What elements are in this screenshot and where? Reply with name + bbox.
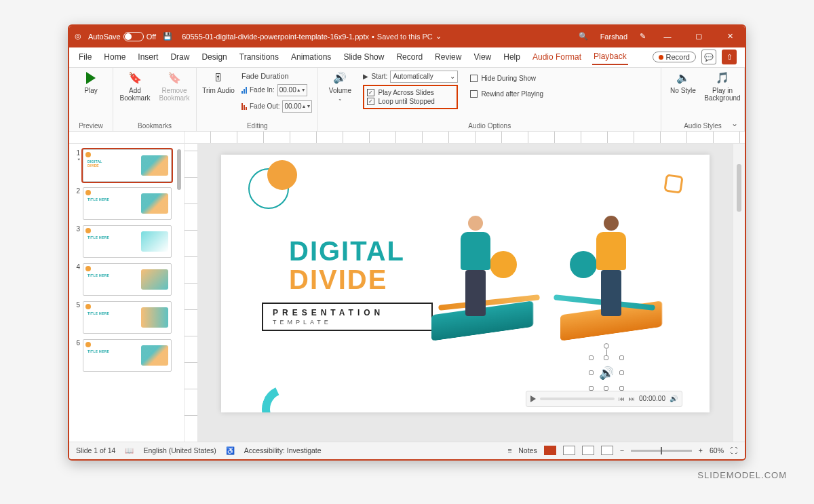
view-slideshow-button[interactable]	[601, 446, 613, 455]
player-play-icon[interactable]	[530, 395, 536, 402]
trim-audio-button[interactable]: Trim Audio	[202, 71, 235, 94]
start-dropdown[interactable]: Automatically⌄	[390, 71, 458, 83]
slide-thumb-4[interactable]: TITLE HERE	[83, 263, 172, 296]
add-bookmark-button[interactable]: Add Bookmark	[119, 71, 151, 102]
slide-thumb-3[interactable]: TITLE HERE	[83, 225, 172, 258]
tab-playback[interactable]: Playback	[592, 49, 628, 65]
zoom-out-button[interactable]: −	[620, 446, 624, 454]
fade-in-label: Fade In:	[250, 86, 275, 94]
subtitle-box[interactable]: PRESENTATION TEMPLATE	[262, 303, 433, 331]
minimize-button[interactable]: —	[658, 33, 677, 41]
slide-canvas[interactable]: DIGITAL DIVIDE PRESENTATION TEMPLATE	[221, 155, 710, 412]
view-reading-button[interactable]	[582, 446, 594, 455]
hide-during-show-checkbox[interactable]: Hide During Show	[470, 75, 543, 82]
tab-draw[interactable]: Draw	[169, 50, 191, 64]
save-icon[interactable]: 💾	[163, 32, 172, 41]
play-in-background-button[interactable]: Play in Background	[706, 71, 739, 102]
player-track[interactable]	[540, 398, 615, 400]
view-sorter-button[interactable]	[563, 446, 575, 455]
notes-button[interactable]: Notes	[518, 446, 537, 454]
slide-thumb-1[interactable]: DIGITALDIVIDE	[83, 149, 172, 182]
save-state[interactable]: Saved to this PC	[377, 33, 433, 41]
loop-until-stopped-checkbox[interactable]: ✓Loop until Stopped	[367, 98, 454, 105]
notes-icon[interactable]: ≡	[507, 446, 511, 454]
illustration[interactable]	[425, 189, 669, 365]
audio-object-selected[interactable]: 🔊 ✥	[592, 358, 621, 388]
view-normal-button[interactable]	[544, 446, 556, 455]
accessibility-status[interactable]: Accessibility: Investigate	[244, 446, 322, 454]
tab-transitions[interactable]: Transitions	[238, 50, 280, 64]
fade-out-input[interactable]: 00.00▲▼	[282, 100, 312, 113]
document-title[interactable]: 60555-01-digital-divide-powerpoint-templ…	[182, 33, 369, 41]
slide-title-1[interactable]: DIGITAL	[289, 236, 405, 267]
tab-slideshow[interactable]: Slide Show	[342, 50, 385, 64]
horizontal-ruler	[69, 132, 745, 144]
play-icon	[86, 72, 96, 84]
no-style-button[interactable]: No Style	[667, 71, 699, 94]
tab-file[interactable]: File	[77, 50, 93, 64]
tab-animations[interactable]: Animations	[290, 50, 332, 64]
play-across-slides-checkbox[interactable]: ✓Play Across Slides	[367, 89, 454, 96]
autosave-toggle[interactable]: AutoSave Off	[88, 32, 156, 41]
tab-help[interactable]: Help	[502, 50, 522, 64]
vertical-ruler	[185, 144, 198, 442]
language-status[interactable]: English (United States)	[143, 446, 216, 454]
toggle-off-icon[interactable]	[123, 32, 144, 41]
player-fwd-icon[interactable]: ⏭	[629, 395, 635, 402]
rotate-handle-icon[interactable]	[604, 343, 609, 349]
search-icon[interactable]: 🔍	[579, 32, 588, 41]
accessibility-icon[interactable]: ♿	[226, 446, 235, 455]
resize-handle[interactable]	[619, 355, 624, 360]
tab-record[interactable]: Record	[395, 50, 424, 64]
tab-view[interactable]: View	[472, 50, 492, 64]
player-time: 00:00.00	[639, 395, 665, 402]
trim-icon	[211, 71, 226, 85]
close-button[interactable]: ✕	[720, 32, 739, 41]
comments-button[interactable]: 💬	[701, 50, 716, 64]
chevron-down-icon[interactable]: ⌄	[435, 32, 442, 41]
fade-in-input[interactable]: 00.00▲▼	[277, 84, 307, 96]
fade-out-label: Fade Out:	[250, 102, 279, 110]
player-back-icon[interactable]: ⏮	[619, 395, 625, 402]
volume-button[interactable]: Volume ⌄	[324, 71, 356, 102]
tab-home[interactable]: Home	[102, 50, 127, 64]
tab-review[interactable]: Review	[433, 50, 463, 64]
fade-out-icon	[241, 103, 247, 110]
tab-insert[interactable]: Insert	[136, 50, 159, 64]
pen-icon[interactable]: ✎	[640, 32, 646, 41]
spellcheck-icon[interactable]: 📖	[125, 446, 134, 455]
resize-handle[interactable]	[589, 386, 594, 391]
resize-handle[interactable]	[589, 355, 594, 360]
user-name[interactable]: Farshad	[600, 33, 627, 41]
tab-audio-format[interactable]: Audio Format	[531, 50, 583, 64]
zoom-slider[interactable]	[631, 450, 692, 452]
slide-title-2[interactable]: DIVIDE	[289, 265, 387, 295]
resize-handle[interactable]	[619, 370, 624, 375]
spinner-icon[interactable]: ▲▼	[296, 88, 306, 92]
play-button[interactable]: Play	[75, 71, 107, 94]
slide-stage[interactable]: DIGITAL DIVIDE PRESENTATION TEMPLATE	[198, 144, 733, 442]
player-volume-icon[interactable]: 🔊	[670, 395, 678, 402]
slide-thumb-5[interactable]: TITLE HERE	[83, 301, 172, 334]
zoom-level[interactable]: 60%	[710, 446, 724, 454]
zoom-in-button[interactable]: +	[699, 446, 703, 454]
slide-counter[interactable]: Slide 1 of 14	[76, 446, 115, 454]
slide-thumb-6[interactable]: TITLE HERE	[83, 339, 172, 372]
audio-player[interactable]: ⏮ ⏭ 00:00.00 🔊	[526, 391, 682, 407]
slide-thumb-2[interactable]: TITLE HERE	[83, 187, 172, 220]
slide-thumbnails-panel[interactable]: 123456 DIGITALDIVIDE TITLE HERE TITLE HE…	[69, 144, 185, 442]
collapse-ribbon-icon[interactable]: ⌄	[731, 119, 738, 128]
tab-design[interactable]: Design	[200, 50, 228, 64]
rewind-after-playing-checkbox[interactable]: Rewind after Playing	[470, 90, 543, 98]
maximize-button[interactable]: ▢	[689, 32, 708, 41]
autosave-label: AutoSave	[88, 33, 121, 41]
remove-bookmark-button: Remove Bookmark	[158, 71, 191, 102]
fit-to-window-button[interactable]: ⛶	[731, 446, 738, 454]
share-button[interactable]: ⇧	[722, 50, 737, 64]
resize-handle[interactable]	[589, 370, 594, 375]
record-button[interactable]: Record	[653, 52, 696, 62]
vertical-scrollbar[interactable]	[733, 144, 745, 442]
resize-handle[interactable]	[604, 355, 608, 360]
spinner-icon[interactable]: ▲▼	[302, 104, 311, 109]
resize-handle[interactable]	[619, 386, 624, 391]
